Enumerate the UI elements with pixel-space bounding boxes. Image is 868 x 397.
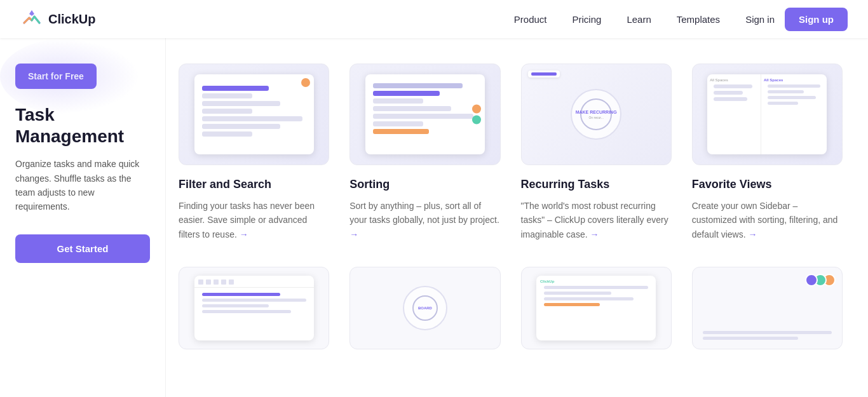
main-content: Filter and Search Finding your tasks has… <box>166 38 868 397</box>
feature-title-filter: Filter and Search <box>179 178 329 191</box>
feature-card-recurring: MAKE RECURRING On recur... Recurring Tas… <box>521 64 672 241</box>
logo[interactable]: ClickUp <box>20 8 95 30</box>
feature-thumb-b4 <box>693 267 842 349</box>
get-started-button[interactable]: Get Started <box>15 234 150 263</box>
feature-thumb-favorite: All Spaces All Spaces <box>707 74 827 154</box>
feature-link-favorite[interactable]: → <box>748 229 757 239</box>
page-body: Start for Free Task Management Organize … <box>0 38 868 397</box>
feature-thumb-b1 <box>194 276 314 340</box>
svg-marker-0 <box>29 10 34 16</box>
features-grid-top: Filter and Search Finding your tasks has… <box>179 64 843 241</box>
nav-links: Product Pricing Learn Templates <box>514 14 720 25</box>
feature-title-sorting: Sorting <box>349 178 500 191</box>
nav-link-templates[interactable]: Templates <box>677 14 720 25</box>
feature-title-favorite: Favorite Views <box>692 178 843 191</box>
nav-link-pricing[interactable]: Pricing <box>573 14 602 25</box>
features-grid-bottom: BOARD ClickUp <box>179 267 843 349</box>
feature-title-recurring: Recurring Tasks <box>521 178 672 191</box>
feature-thumb-filter <box>194 74 314 154</box>
feature-card-b2: BOARD <box>349 267 500 349</box>
signup-button[interactable]: Sign up <box>785 8 848 31</box>
feature-thumb-sorting <box>365 74 485 154</box>
nav-link-product[interactable]: Product <box>514 14 547 25</box>
feature-link-filter[interactable]: → <box>240 229 248 239</box>
feature-link-recurring[interactable]: → <box>590 229 599 239</box>
feature-image-recurring: MAKE RECURRING On recur... <box>521 64 672 165</box>
feature-card-b1 <box>179 267 329 349</box>
nav-link-learn[interactable]: Learn <box>627 14 651 25</box>
feature-image-b3: ClickUp <box>521 267 672 349</box>
feature-card-b3: ClickUp <box>521 267 672 349</box>
feature-desc-recurring: "The world's most robust recurring tasks… <box>521 199 672 241</box>
feature-image-sorting <box>349 64 500 165</box>
feature-thumb-recurring: MAKE RECURRING On recur... <box>522 64 671 165</box>
feature-link-sorting[interactable]: → <box>349 229 358 239</box>
feature-image-b1 <box>179 267 329 349</box>
feature-image-b4 <box>692 267 843 349</box>
navbar: ClickUp Product Pricing Learn Templates … <box>0 0 868 38</box>
logo-icon <box>20 8 43 30</box>
feature-image-filter <box>179 64 329 165</box>
feature-card-favorite: All Spaces All Spaces <box>692 64 843 241</box>
logo-text: ClickUp <box>48 12 95 27</box>
sidebar-description: Organize tasks and make quick changes. S… <box>15 157 150 214</box>
sidebar-blob <box>0 38 140 114</box>
feature-card-sorting: Sorting Sort by anything – plus, sort al… <box>349 64 500 241</box>
feature-desc-favorite: Create your own Sidebar – customized wit… <box>692 199 843 241</box>
feature-thumb-b3: ClickUp <box>536 276 656 340</box>
sidebar: Start for Free Task Management Organize … <box>0 38 165 397</box>
feature-card-b4 <box>692 267 843 349</box>
feature-desc-sorting: Sort by anything – plus, sort all of you… <box>349 199 500 241</box>
nav-actions: Sign in Sign up <box>745 8 848 31</box>
feature-thumb-b2: BOARD <box>350 267 499 349</box>
signin-button[interactable]: Sign in <box>745 14 775 25</box>
feature-desc-filter: Finding your tasks has never been easier… <box>179 199 329 241</box>
feature-image-favorite: All Spaces All Spaces <box>692 64 843 165</box>
feature-image-b2: BOARD <box>349 267 500 349</box>
feature-card-filter-search: Filter and Search Finding your tasks has… <box>179 64 329 241</box>
